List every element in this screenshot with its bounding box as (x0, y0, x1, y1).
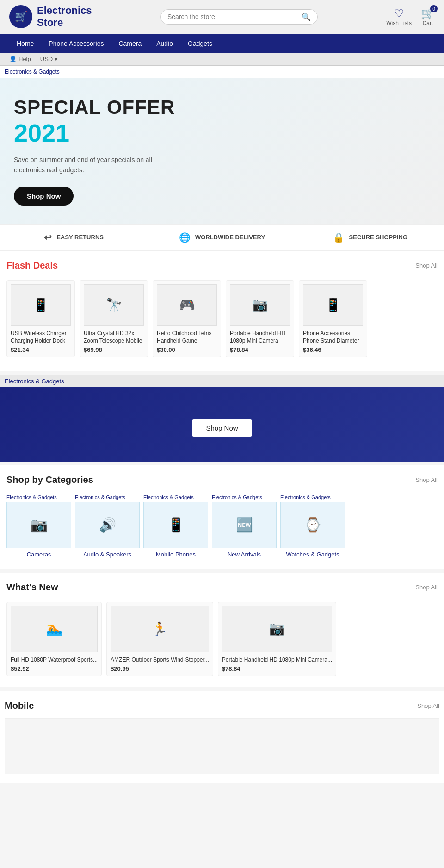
category-card[interactable]: Electronics & Gadgets 🔊 Audio & Speakers (75, 494, 140, 558)
category-card[interactable]: Electronics & Gadgets ⌚ Watches & Gadget… (280, 494, 345, 558)
product-card[interactable]: 📱 Phone Accessories Phone Stand Diameter… (299, 280, 367, 357)
cart-badge: 0 (430, 5, 438, 12)
feature-easy-returns: ↩ EASY RETURNS (0, 225, 148, 250)
category-top-label: Electronics & Gadgets (280, 494, 345, 500)
product-card[interactable]: 🎮 Retro Childhood Tetris Handheld Game P… (153, 280, 221, 357)
new-product-name: Portable Handheld HD 1080p Mini Camera..… (222, 656, 332, 664)
nav-gadgets[interactable]: Gadgets (180, 34, 220, 53)
feature-worldwide-delivery: 🌐 WORLDWIDE DELIVERY (148, 225, 296, 250)
product-image: 🔭 (84, 284, 144, 326)
mobile-content-placeholder (5, 718, 439, 774)
product-card[interactable]: 📱 USB Wireless Charger Charging Holder D… (6, 280, 75, 357)
logo-text: Electronics Store (37, 5, 92, 29)
categories-grid: Electronics & Gadgets 📷 Cameras Electron… (5, 493, 439, 560)
whats-new-header: What's New Shop All (5, 582, 439, 593)
logo-area: 🛒 Electronics Store (9, 5, 92, 29)
whats-new-grid: 🏊 Full HD 1080P Waterproof Sports... $52… (5, 600, 439, 679)
whats-new-title: What's New (6, 582, 58, 593)
category-card[interactable]: Electronics & Gadgets 📷 Cameras (6, 494, 71, 558)
category-image: 🔊 (75, 502, 140, 548)
product-price: $30.00 (157, 346, 217, 353)
eg-banner-label: Electronics & Gadgets (0, 375, 444, 387)
new-product-image: 🏊 (11, 606, 98, 652)
whats-new-shop-all[interactable]: Shop All (415, 584, 438, 591)
category-top-label: Electronics & Gadgets (143, 494, 208, 500)
feature-secure-shopping: 🔒 SECURE SHOPPING (296, 225, 444, 250)
category-image: 📱 (143, 502, 208, 548)
worldwide-delivery-label: WORLDWIDE DELIVERY (195, 234, 265, 241)
promo-section: Electronics & Gadgets Shop Now (0, 375, 444, 462)
sub-nav-currency[interactable]: USD ▾ (40, 56, 58, 62)
returns-icon: ↩ (44, 232, 52, 243)
category-image: ⌚ (280, 502, 345, 548)
mobile-shop-all[interactable]: Shop All (417, 702, 439, 709)
mobile-title: Mobile (5, 700, 34, 711)
product-name: Portable Handheld HD 1080p Mini Camera D… (230, 330, 290, 344)
nav-phone-accessories[interactable]: Phone Accessories (41, 34, 111, 53)
secure-shopping-label: SECURE SHOPPING (349, 234, 407, 241)
product-price: $78.84 (230, 346, 290, 353)
new-product-card[interactable]: 📷 Portable Handheld HD 1080p Mini Camera… (218, 602, 336, 677)
product-name: Ultra Crystal HD 32x Zoom Telescope Mobi… (84, 330, 144, 344)
search-input[interactable] (167, 13, 302, 20)
new-product-price: $78.84 (222, 665, 332, 672)
category-name: New Arrivals (228, 551, 261, 558)
product-image: 📷 (230, 284, 290, 326)
flash-deals-title: Flash Deals (6, 260, 58, 271)
category-top-label: Electronics & Gadgets (6, 494, 71, 500)
hero-description: Save on summer and end of year specials … (14, 155, 153, 175)
promo-shop-now-button[interactable]: Shop Now (192, 419, 252, 437)
flash-deals-shop-all[interactable]: Shop All (415, 262, 438, 269)
breadcrumb: Electronics & Gadgets (0, 66, 444, 78)
category-top-label: Electronics & Gadgets (75, 494, 140, 500)
hero-year: 2021 (14, 119, 430, 147)
category-card[interactable]: Electronics & Gadgets 📱 Mobile Phones (143, 494, 208, 558)
nav-audio[interactable]: Audio (149, 34, 180, 53)
product-price: $69.98 (84, 346, 144, 353)
breadcrumb-text: Electronics & Gadgets (5, 69, 60, 75)
product-price: $21.34 (11, 346, 71, 353)
cart-icon: 🛒 0 (421, 7, 435, 20)
hero-shop-now-button[interactable]: Shop Now (14, 187, 74, 206)
new-product-image: 🏃 (111, 606, 209, 652)
cart-button[interactable]: 🛒 0 Cart (421, 7, 435, 26)
category-name: Cameras (27, 551, 51, 558)
new-product-name: AMZER Outdoor Sports Wind-Stopper... (111, 656, 209, 664)
categories-header: Shop by Categories Shop All (5, 475, 439, 485)
categories-shop-all[interactable]: Shop All (415, 476, 438, 483)
wishlist-button[interactable]: ♡ Wish Lists (386, 7, 412, 26)
mobile-section: Mobile Shop All (0, 691, 444, 783)
product-image: 📱 (303, 284, 363, 326)
mobile-section-header: Mobile Shop All (5, 700, 439, 711)
nav-camera[interactable]: Camera (111, 34, 149, 53)
category-name: Audio & Speakers (83, 551, 131, 558)
product-name: Retro Childhood Tetris Handheld Game Pla… (157, 330, 217, 344)
category-top-label: Electronics & Gadgets (212, 494, 277, 500)
flash-deals-section: Flash Deals Shop All 📱 USB Wireless Char… (0, 251, 444, 371)
search-area: 🔍 (160, 9, 318, 25)
hero-banner: SPECIAL OFFER 2021 Save on summer and en… (0, 78, 444, 224)
delivery-icon: 🌐 (179, 232, 191, 243)
product-card[interactable]: 📷 Portable Handheld HD 1080p Mini Camera… (226, 280, 294, 357)
cart-label: Cart (423, 20, 433, 26)
product-name: Phone Accessories Phone Stand Diameter 1… (303, 330, 363, 344)
new-product-card[interactable]: 🏃 AMZER Outdoor Sports Wind-Stopper... $… (106, 602, 213, 677)
currency-label: USD (40, 56, 53, 62)
category-name: Mobile Phones (156, 551, 196, 558)
category-card[interactable]: Electronics & Gadgets 🆕 New Arrivals (212, 494, 277, 558)
nav-home[interactable]: Home (9, 34, 41, 53)
promo-eg-label: Electronics & Gadgets (5, 378, 64, 385)
sub-nav-help[interactable]: 👤 Help (9, 56, 31, 62)
new-product-card[interactable]: 🏊 Full HD 1080P Waterproof Sports... $52… (6, 602, 102, 677)
categories-title: Shop by Categories (6, 475, 93, 485)
logo-line2: Store (37, 17, 63, 28)
heart-icon: ♡ (394, 7, 404, 20)
flash-deals-products: 📱 USB Wireless Charger Charging Holder D… (5, 278, 439, 362)
product-card[interactable]: 🔭 Ultra Crystal HD 32x Zoom Telescope Mo… (80, 280, 148, 357)
product-price: $36.46 (303, 346, 363, 353)
category-image: 🆕 (212, 502, 277, 548)
categories-section: Shop by Categories Shop All Electronics … (0, 465, 444, 569)
secure-icon: 🔒 (333, 232, 345, 243)
new-product-price: $52.92 (11, 665, 98, 672)
logo-icon: 🛒 (9, 5, 32, 28)
